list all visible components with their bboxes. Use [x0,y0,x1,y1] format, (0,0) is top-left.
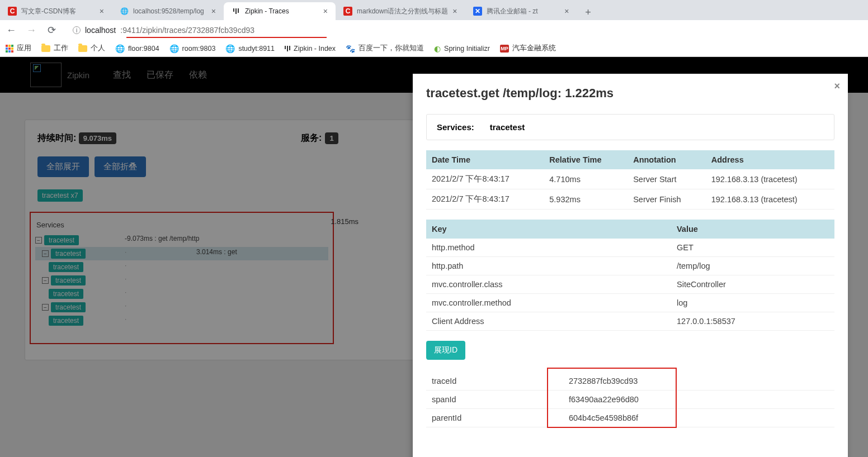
bookmark-label: 工作 [54,44,68,53]
close-button[interactable]: × [834,80,840,92]
bookmark-label: room:9803 [182,45,216,53]
browser-chrome: C 写文章-CSDN博客 × 🌐 localhost:9528/temp/log… [0,0,868,57]
tab-title: 腾讯企业邮箱 - zt [487,7,560,16]
cell: http.path [426,257,671,275]
cell: parentId [426,409,563,427]
table-row: 2021/2/7 下午8:43:17 4.710ms Server Start … [426,169,834,189]
cell: f63490aa22e96d80 [563,391,834,409]
bookmark-baidu[interactable]: 🐾百度一下，你就知道 [346,44,424,53]
col-reltime: Relative Time [544,150,628,169]
bookmark-label: 百度一下，你就知道 [358,44,424,53]
zipkin-icon [232,7,240,16]
info-icon[interactable]: i [73,26,81,34]
folder-icon [41,45,50,52]
table-row: 2021/2/7 下午8:43:17 5.932ms Server Finish… [426,189,834,210]
url-highlight [126,37,327,38]
forward-icon: → [26,25,37,36]
cell: mvc.controller.class [426,275,671,294]
page: Zipkin 查找 已保存 依赖 持续时间: 9.073ms 服务: 1 全部展… [0,57,868,457]
cell: 2021/2/7 下午8:43:17 [426,189,544,210]
table-row: mvc.controller.methodlog [426,294,834,312]
services-value: tracetest [490,122,525,132]
bookmark-label: Zipkin - Index [294,45,336,53]
bookmark-folder-personal[interactable]: 个人 [78,44,105,53]
cell: Client Address [426,312,671,331]
bookmark-zipkin[interactable]: Zipkin - Index [285,45,336,53]
cell: SiteController [671,275,834,294]
reload-icon[interactable]: ⟳ [46,24,57,36]
col-key: Key [426,220,671,239]
ids-block: traceId2732887fcb39cd93 spanIdf63490aa22… [426,372,834,427]
csdn-icon: C [8,7,17,16]
tags-table: Key Value http.methodGET http.path/temp/… [426,220,834,331]
cell: 192.168.3.13 (tracetest) [706,189,834,210]
tab-3[interactable]: C markdown语法之分割线与标题 × [336,2,465,20]
tencent-icon: ✕ [473,7,482,16]
cell: /temp/log [671,257,834,275]
mp-icon: MP [500,45,509,53]
bookmark-floor[interactable]: 🌐floor:9804 [115,44,159,53]
span-detail-panel: × tracetest.get /temp/log: 1.222ms Servi… [413,74,848,457]
bookmark-room[interactable]: 🌐room:9803 [169,44,216,53]
table-row: mvc.controller.classSiteController [426,275,834,294]
col-annotation: Annotation [628,150,706,169]
cell: 2732887fcb39cd93 [563,372,834,391]
cell: traceId [426,372,563,391]
tab-1[interactable]: 🌐 localhost:9528/temp/log × [112,2,224,20]
bookmark-label: Spring Initializr [444,45,490,53]
col-value: Value [671,220,834,239]
cell: 192.168.3.13 (tracetest) [706,169,834,189]
back-icon[interactable]: ← [6,25,17,36]
globe-icon: 🌐 [169,44,179,53]
tab-title: localhost:9528/temp/log [133,7,207,15]
bookmark-label: 个人 [91,44,105,53]
col-datetime: Date Time [426,150,544,169]
tab-0[interactable]: C 写文章-CSDN博客 × [0,2,112,20]
bookmark-label: studyt:8911 [238,45,275,53]
ids-table: traceId2732887fcb39cd93 spanIdf63490aa22… [426,372,834,427]
cell: mvc.controller.method [426,294,671,312]
url-path: :9411/zipkin/traces/2732887fcb39cd93 [120,26,254,35]
bookmark-spring[interactable]: ◐Spring Initializr [434,44,490,53]
tab-4[interactable]: ✕ 腾讯企业邮箱 - zt × [465,2,577,20]
apps-icon [6,45,13,53]
bookmark-carhome[interactable]: MP汽车金融系统 [500,44,556,53]
apps-label: 应用 [17,44,31,53]
span-title: tracetest.get /temp/log: 1.222ms [426,86,834,101]
cell: http.method [426,239,671,257]
close-icon[interactable]: × [323,7,328,16]
show-ids-button[interactable]: 展现ID [426,341,465,360]
tab-title: markdown语法之分割线与标题 [357,7,448,16]
tab-title: 写文章-CSDN博客 [21,7,95,16]
cell: 604b4c5e4598b86f [563,409,834,427]
close-icon[interactable]: × [211,7,216,16]
cell: spanId [426,391,563,409]
close-icon[interactable]: × [452,7,457,16]
close-icon[interactable]: × [100,7,104,16]
table-row: Client Address127.0.0.1:58537 [426,312,834,331]
cell: 4.710ms [544,169,628,189]
paw-icon: 🐾 [346,44,355,53]
cell: 127.0.0.1:58537 [671,312,834,331]
globe-icon: 🌐 [225,44,235,53]
tab-title: Zipkin - Traces [245,7,319,15]
table-row: parentId604b4c5e4598b86f [426,409,834,427]
cell: Server Finish [628,189,706,210]
cell: GET [671,239,834,257]
csdn-icon: C [343,7,352,16]
address-bar[interactable]: i localhost:9411/zipkin/traces/2732887fc… [66,22,862,38]
globe-icon: 🌐 [115,44,125,53]
cell: Server Start [628,169,706,189]
bookmark-folder-work[interactable]: 工作 [41,44,68,53]
services-box: Services: tracetest [426,114,834,140]
new-tab-button[interactable]: + [581,4,596,20]
leaf-icon: ◐ [434,44,441,53]
table-row: http.path/temp/log [426,257,834,275]
zipkin-icon [285,46,290,51]
address-row: ← → ⟳ i localhost:9411/zipkin/traces/273… [0,20,868,40]
cell: log [671,294,834,312]
bookmark-studyt[interactable]: 🌐studyt:8911 [225,44,275,53]
apps-button[interactable]: 应用 [6,44,31,53]
tab-2[interactable]: Zipkin - Traces × [224,2,336,20]
close-icon[interactable]: × [564,7,569,16]
